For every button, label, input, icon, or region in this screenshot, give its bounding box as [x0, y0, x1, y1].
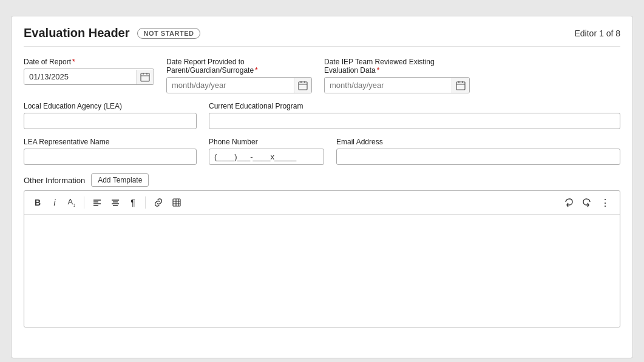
lea-rep-input[interactable] — [24, 149, 197, 165]
date-report-provided-label: Date Report Provided to Parent/Guardian/… — [166, 58, 312, 75]
date-iep-reviewed-input[interactable] — [325, 78, 452, 93]
date-iep-reviewed-label: Date IEP Team Reviewed Existing Evaluati… — [324, 58, 470, 75]
svg-rect-8 — [456, 82, 465, 90]
date-of-report-calendar-icon[interactable] — [136, 70, 154, 84]
date-iep-reviewed-input-wrapper — [324, 77, 470, 93]
email-group: Email Address — [336, 138, 620, 165]
bold-button[interactable]: B — [30, 195, 45, 210]
lea-cep-row: Local Education Agency (LEA) Current Edu… — [24, 102, 620, 129]
other-info-section: Other Information Add Template B i A↕ — [24, 173, 620, 327]
date-iep-reviewed-group: Date IEP Team Reviewed Existing Evaluati… — [324, 58, 470, 93]
editor-body[interactable] — [24, 215, 620, 327]
svg-rect-0 — [141, 73, 149, 81]
date-report-provided-input-wrapper — [166, 77, 312, 93]
page-title: Evaluation Header — [24, 26, 130, 40]
italic-button[interactable]: i — [47, 195, 62, 210]
svg-rect-4 — [299, 82, 307, 90]
contact-row: LEA Representative Name Phone Number Ema… — [24, 138, 620, 165]
form-section: Date of Report* — [24, 58, 620, 327]
date-of-report-input-wrapper — [24, 69, 154, 85]
card-header: Evaluation Header NOT STARTED Editor 1 o… — [24, 26, 620, 47]
lea-rep-label: LEA Representative Name — [24, 138, 197, 146]
toolbar-separator-1 — [84, 196, 84, 209]
link-icon — [154, 198, 163, 207]
lea-group: Local Education Agency (LEA) — [24, 102, 197, 129]
editor-container: B i A↕ — [24, 190, 620, 327]
align-center-icon — [110, 198, 120, 207]
date-iep-reviewed-calendar-icon[interactable] — [452, 78, 469, 93]
date-of-report-label: Date of Report* — [24, 58, 154, 66]
date-report-provided-input[interactable] — [167, 78, 294, 93]
font-size-button[interactable]: A↕ — [64, 195, 79, 210]
phone-input[interactable] — [209, 149, 324, 165]
add-template-button[interactable]: Add Template — [91, 173, 149, 187]
header-left: Evaluation Header NOT STARTED — [24, 26, 200, 40]
main-card: Evaluation Header NOT STARTED Editor 1 o… — [11, 16, 633, 358]
align-center-button[interactable] — [107, 195, 123, 210]
other-info-label: Other Information — [24, 176, 85, 185]
lea-label: Local Education Agency (LEA) — [24, 102, 197, 110]
dates-row: Date of Report* — [24, 58, 620, 93]
status-badge: NOT STARTED — [137, 28, 201, 39]
lea-rep-group: LEA Representative Name — [24, 138, 197, 165]
link-button[interactable] — [151, 195, 166, 210]
redo-icon — [582, 198, 592, 207]
email-label: Email Address — [336, 138, 620, 146]
align-left-icon — [92, 198, 102, 207]
date-report-provided-group: Date Report Provided to Parent/Guardian/… — [166, 58, 312, 93]
redo-button[interactable] — [579, 195, 595, 210]
email-input[interactable] — [336, 149, 620, 165]
editor-info: Editor 1 of 8 — [575, 28, 621, 38]
toolbar-separator-2 — [145, 196, 146, 209]
undo-button[interactable] — [561, 195, 577, 210]
editor-toolbar: B i A↕ — [24, 191, 620, 215]
lea-input[interactable] — [24, 113, 197, 129]
other-info-header: Other Information Add Template — [24, 173, 620, 187]
date-of-report-input[interactable] — [24, 69, 136, 84]
undo-icon — [564, 198, 574, 207]
svg-rect-20 — [173, 199, 180, 206]
cep-input[interactable] — [209, 113, 620, 129]
more-icon: ⋮ — [600, 197, 611, 209]
paragraph-button[interactable]: ¶ — [126, 195, 140, 210]
cep-label: Current Educational Program — [209, 102, 620, 110]
phone-group: Phone Number — [209, 138, 324, 165]
align-left-button[interactable] — [89, 195, 105, 210]
table-icon — [172, 198, 181, 207]
table-button[interactable] — [169, 195, 185, 210]
date-of-report-group: Date of Report* — [24, 58, 154, 85]
cep-group: Current Educational Program — [209, 102, 620, 129]
more-options-button[interactable]: ⋮ — [597, 195, 614, 210]
phone-label: Phone Number — [209, 138, 324, 146]
date-report-provided-calendar-icon[interactable] — [294, 78, 311, 93]
